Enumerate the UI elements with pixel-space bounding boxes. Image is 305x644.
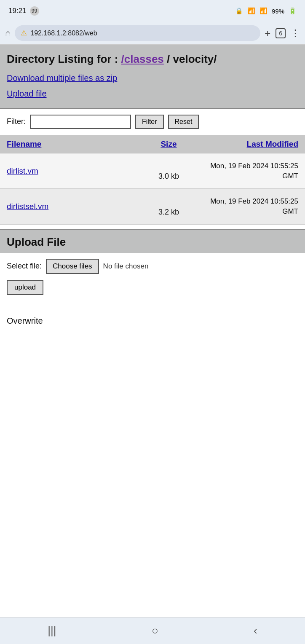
browser-chrome: ⌂ ⚠ 192.168.1.2:8082/web + 6 ⋮ — [0, 22, 305, 45]
status-bar: 19:21 99 🔒 📶 📶 99% 🔋 — [0, 0, 305, 22]
address-bar[interactable]: ⚠ 192.168.1.2:8082/web — [15, 25, 260, 41]
table-row: dirlistsel.vm 3.2 kb Mon, 19 Feb 2024 10… — [0, 189, 305, 225]
filter-button[interactable]: Filter — [135, 115, 164, 129]
nav-home-icon[interactable]: ○ — [152, 624, 158, 637]
directory-subpath: / velocity/ — [167, 53, 217, 65]
upload-file-link[interactable]: Upload file — [7, 89, 298, 99]
choose-files-button[interactable]: Choose files — [46, 259, 99, 274]
table-row: dirlist.vm 3.0 kb Mon, 19 Feb 2024 10:55… — [0, 153, 305, 189]
file-name-cell: dirlist.vm — [7, 166, 136, 176]
file-modified-cell: Mon, 19 Feb 2024 10:55:25 GMT — [201, 196, 298, 217]
filter-row: Filter: Filter Reset — [0, 109, 305, 135]
time-display: 19:21 — [8, 7, 27, 15]
upload-form: Select file: Choose files No file chosen… — [0, 253, 305, 332]
file-name-cell: dirlistsel.vm — [7, 202, 136, 211]
battery-icon: 🔋 — [289, 7, 297, 15]
download-zip-link[interactable]: Download multiple files as zip — [7, 73, 298, 83]
wifi-icon: 📶 — [247, 7, 255, 15]
url-text[interactable]: 192.168.1.2:8082/web — [30, 30, 97, 37]
filter-input[interactable] — [30, 115, 131, 129]
nav-menu-icon[interactable]: ||| — [48, 624, 56, 637]
lock-icon: 🔒 — [235, 7, 243, 15]
signal-icon: 📶 — [260, 7, 268, 15]
upload-section-header: Upload File — [0, 230, 305, 253]
no-file-text: No file chosen — [103, 262, 149, 271]
file-link-dirlistsel[interactable]: dirlistsel.vm — [7, 202, 48, 211]
file-link-dirlist[interactable]: dirlist.vm — [7, 166, 38, 175]
nav-bar: ||| ○ ‹ — [0, 617, 305, 644]
status-time-area: 19:21 99 — [8, 6, 39, 16]
nav-back-icon[interactable]: ‹ — [254, 624, 257, 637]
file-modified-cell: Mon, 19 Feb 2024 10:55:25 GMT — [201, 161, 298, 181]
file-size-cell: 3.2 kb — [136, 208, 201, 217]
size-header[interactable]: Size — [136, 140, 201, 149]
overwrite-label: Overwrite — [7, 316, 298, 326]
new-tab-button[interactable]: + — [265, 27, 270, 39]
file-size-cell: 3.0 kb — [136, 172, 201, 181]
select-file-row: Select file: Choose files No file chosen — [7, 259, 298, 274]
warning-icon: ⚠ — [21, 29, 27, 38]
home-button[interactable]: ⌂ — [5, 28, 11, 39]
status-icons: 🔒 📶 📶 99% 🔋 — [235, 7, 297, 15]
filename-header[interactable]: Filename — [7, 140, 136, 149]
select-file-label: Select file: — [7, 262, 42, 271]
directory-path-link[interactable]: /classes — [121, 53, 164, 65]
directory-header: Directory Listing for : /classes / veloc… — [0, 45, 305, 108]
battery-percent: 99% — [272, 8, 284, 15]
upload-title: Upload File — [7, 236, 298, 249]
modified-header[interactable]: Last Modified — [201, 140, 298, 149]
upload-button[interactable]: upload — [7, 280, 43, 295]
directory-title: Directory Listing for : /classes / veloc… — [7, 52, 298, 67]
menu-button[interactable]: ⋮ — [291, 28, 300, 39]
directory-links: Download multiple files as zip Upload fi… — [7, 73, 298, 104]
notification-badge: 99 — [30, 6, 39, 16]
browser-actions: + 6 ⋮ — [265, 27, 300, 39]
page-content: Directory Listing for : /classes / veloc… — [0, 45, 305, 638]
file-table-header: Filename Size Last Modified — [0, 135, 305, 153]
reset-button[interactable]: Reset — [168, 115, 199, 129]
tab-count[interactable]: 6 — [276, 28, 286, 38]
filter-label: Filter: — [7, 117, 26, 126]
directory-title-text: Directory Listing for : — [7, 53, 118, 65]
